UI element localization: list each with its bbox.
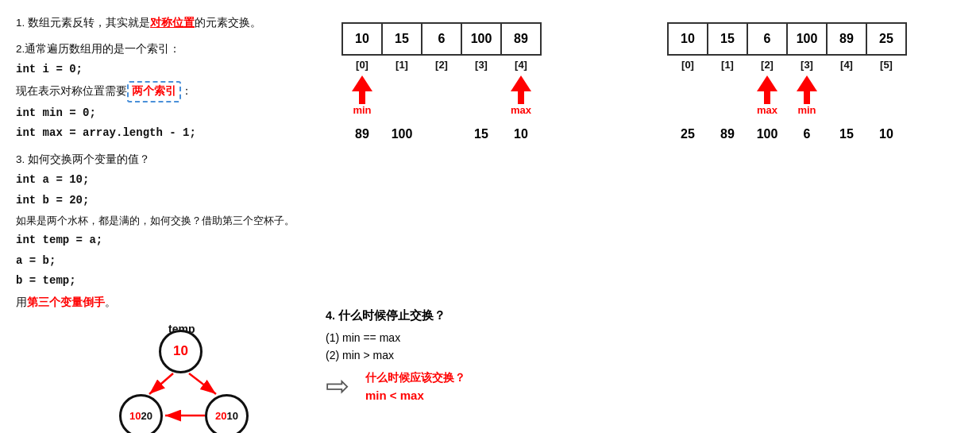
section3-line4: a = b; [16,252,326,271]
svg-line-1 [149,373,173,394]
array1-indices: [0] [1] [2] [3] [4] [341,59,542,71]
svg-rect-9 [764,91,770,104]
section3-line5: b = temp; [16,272,326,291]
svg-rect-11 [804,91,810,104]
section3-line1: int a = 10; [16,171,326,190]
section4-answer: min < max [365,389,465,402]
swap-val-2 [421,127,462,141]
array1-index-1: [1] [381,59,422,71]
section4-question-col: 什么时候应该交换？ min < max [365,371,465,402]
min-arrow: min [341,75,383,116]
arrow-row: min max [341,75,542,116]
array1-index-3: [3] [461,59,502,71]
rswap-val-4: 15 [826,127,867,141]
circle-diagram: temp 10 10 20 a 20 10 b [119,319,326,433]
section4-title: 4. 什么时候停止交换？ [326,308,659,323]
min-label2: min [797,104,816,116]
array1-cell-2: 6 [421,22,462,56]
swap-val-1: 100 [381,127,422,141]
section3: 3. 如何交换两个变量的值？ int a = 10; int b = 20; 如… [16,151,326,312]
svg-rect-7 [518,91,524,104]
swap-val-3: 15 [461,127,502,141]
section1-highlight: 对称位置 [150,17,195,29]
rswap-val-0: 25 [667,127,708,141]
array1-index-0: [0] [341,59,383,71]
svg-marker-6 [511,75,531,91]
section3-desc: 如果是两个水杯，都是满的，如何交换？借助第三个空杯子。 [16,212,326,230]
array1-cell-0: 10 [341,22,383,56]
array1-cell-3: 100 [461,22,502,56]
rswap-val-5: 10 [866,127,907,141]
swap-val-4: 10 [500,127,542,141]
swapped-row2: 25 89 100 6 15 10 [667,127,907,141]
section2-line2-red: 两个索引 [132,85,176,97]
max-arrow2: max [747,75,788,116]
slide: 1. 数组元素反转，其实就是对称位置的元素交换。 2.通常遍历数组用的是一个索引… [0,0,980,433]
section4-option2: (2) min > max [326,349,659,361]
section2: 2.通常遍历数组用的是一个索引： int i = 0; 现在表示对称位置需要两个… [16,41,326,143]
array2-index-1: [1] [707,59,748,71]
array1-cell-4: 89 [500,22,542,56]
max-arrow-svg [509,75,533,104]
svg-rect-5 [359,91,365,104]
max-arrow2-svg [755,75,779,104]
min-arrow2-svg [795,75,819,104]
section3-conclusion-normal: 用 [16,296,27,308]
section1: 1. 数组元素反转，其实就是对称位置的元素交换。 [16,14,326,33]
max-label2: max [757,104,777,116]
array2-index-4: [4] [826,59,867,71]
section2-line3: int min = 0; [16,104,326,123]
array1-cells: 10 15 6 100 89 [341,22,542,56]
max-label: max [511,104,531,116]
array2-cell-4: 89 [826,22,867,56]
min-label: min [353,104,371,116]
section4-option1: (1) min == max [326,331,659,344]
section3-heading: 3. 如何交换两个变量的值？ [16,151,326,169]
right-panel: 10 15 6 100 89 25 [0] [1] [2] [3] [4] [5… [659,14,961,419]
array2-cell-0: 10 [667,22,708,56]
section3-line2: int b = 20; [16,191,326,211]
array2-container: 10 15 6 100 89 25 [0] [1] [2] [3] [4] [5… [667,22,907,141]
array2-cells: 10 15 6 100 89 25 [667,22,907,56]
section2-line1: int i = 0; [16,60,326,79]
rswap-val-3: 6 [786,127,828,141]
swapped-row: 89 100 15 10 [341,127,542,141]
array2-index-2: [2] [747,59,788,71]
min-arrow2: min [786,75,828,116]
max-arrow: max [500,75,542,116]
svg-line-2 [189,373,216,394]
array1-cell-1: 15 [381,22,422,56]
min-arrow-svg [350,75,374,104]
section4: 4. 什么时候停止交换？ (1) min == max (2) min > ma… [326,308,659,403]
section1-text1: 1. 数组元素反转，其实就是 [16,17,150,29]
array2-index-5: [5] [866,59,907,71]
right-arrow-icon: ⇨ [326,369,349,403]
svg-marker-10 [797,75,817,91]
svg-marker-4 [352,75,372,91]
array2-cell-3: 100 [786,22,828,56]
swap-val-0: 89 [341,127,383,141]
array2-indices: [0] [1] [2] [3] [4] [5] [667,59,907,71]
section3-line3: int temp = a; [16,231,326,250]
middle-panel: 10 15 6 100 89 [0] [1] [2] [3] [4] [326,14,659,419]
svg-marker-8 [757,75,777,91]
section1-text2: 的元素交换。 [195,17,261,29]
array1-container: 10 15 6 100 89 [0] [1] [2] [3] [4] [341,22,542,141]
array1-index-4: [4] [500,59,542,71]
section4-answer-row: ⇨ 什么时候应该交换？ min < max [326,369,659,403]
section3-conclusion-red: 第三个变量倒手 [27,296,105,308]
array2-cell-5: 25 [866,22,907,56]
diagram-arrows [119,319,262,433]
array2-cell-1: 15 [707,22,748,56]
rswap-val-2: 100 [747,127,788,141]
section2-heading: 2.通常遍历数组用的是一个索引： [16,41,326,59]
array2-index-3: [3] [786,59,828,71]
arrow-row2: max min [667,75,907,116]
section2-line4: int max = array.length - 1; [16,124,326,143]
array2-cell-2: 6 [747,22,788,56]
section2-line2-end: ： [181,85,192,97]
section4-question: 什么时候应该交换？ [365,371,465,385]
array2-index-0: [0] [667,59,708,71]
left-panel: 1. 数组元素反转，其实就是对称位置的元素交换。 2.通常遍历数组用的是一个索引… [16,14,326,419]
section3-conclusion-end: 。 [105,296,116,308]
